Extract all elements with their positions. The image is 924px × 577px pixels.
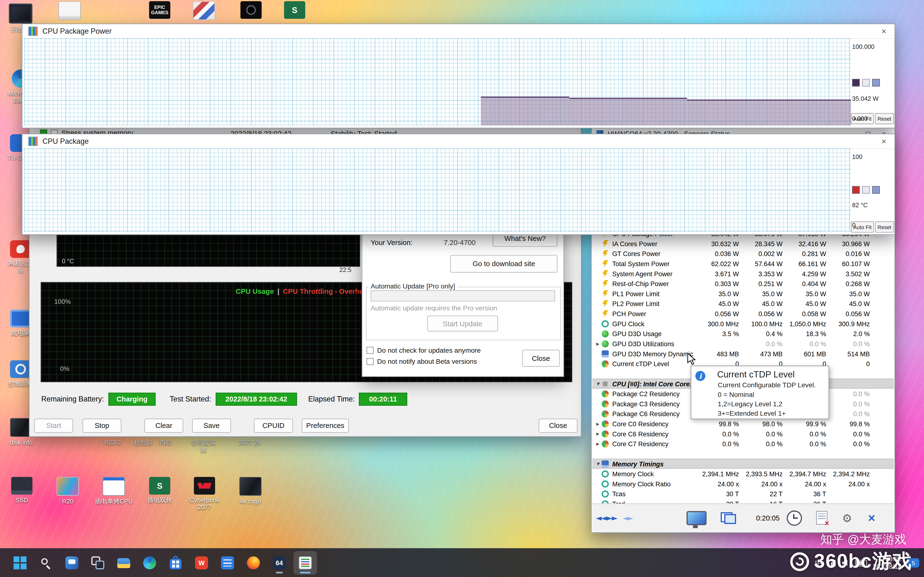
sensor-avg-value: 0.268 W xyxy=(819,280,870,287)
taskbar-app-button[interactable] xyxy=(60,551,84,575)
series-color-swatch[interactable] xyxy=(862,186,870,194)
taskbar-app-button[interactable] xyxy=(86,551,110,575)
desktop-shortcut[interactable]: S xyxy=(281,1,308,21)
sensor-row[interactable]: GPU Clock 300.0 MHz 100.0 MHz 1,050.0 MH… xyxy=(592,319,894,329)
sensor-row[interactable]: Total System Power 62.022 W 57.644 W 66.… xyxy=(592,258,894,269)
collapse-arrows-button[interactable]: ◄► xyxy=(623,504,633,532)
series-color-swatch[interactable] xyxy=(852,186,860,194)
sensor-row[interactable]: Memory Clock 2,394.1 MHz 2,393.5 MHz 2,3… xyxy=(592,469,894,479)
sensor-row[interactable]: Tcas 30 T 22 T 36 T xyxy=(592,489,894,499)
sensor-min-value: 0.002 W xyxy=(732,250,783,257)
sensor-type-icon xyxy=(602,290,609,297)
desktop-shortcut[interactable]: S 插电双烤 xyxy=(139,477,180,503)
save-button[interactable]: Save xyxy=(192,419,231,433)
sensor-row[interactable]: Rest-of-Chip Power 0.303 W 0.251 W 0.404… xyxy=(592,279,894,288)
close-icon[interactable]: × xyxy=(879,137,888,146)
no-update-checkbox[interactable] xyxy=(367,347,373,354)
preferences-button[interactable]: Preferences xyxy=(302,419,349,433)
desktop-shortcut[interactable] xyxy=(190,1,218,22)
desktop-shortcut[interactable]: 插电单烤CPU xyxy=(93,477,134,504)
taskbar-app-button[interactable] xyxy=(216,551,239,575)
taskbar-app-button[interactable] xyxy=(138,551,162,575)
nav-arrows-button[interactable]: ◄◄►► xyxy=(596,504,617,532)
sensor-row[interactable]: Memory Timings xyxy=(592,459,894,469)
dialog-close-button[interactable]: Close xyxy=(522,350,560,367)
taskbar-app-button[interactable] xyxy=(294,551,317,575)
desktop-shortcut[interactable]: EPIC GAMES xyxy=(146,1,173,21)
taskbar-app-button[interactable]: W xyxy=(190,551,213,575)
start-update-button[interactable]: Start Update xyxy=(427,316,498,332)
desktop-shortcut[interactable]: Cyberpunk 2077 xyxy=(184,477,225,511)
sensor-row[interactable]: GT Cores Power 0.036 W 0.002 W 0.281 W 0… xyxy=(592,248,894,258)
sensor-type-icon xyxy=(602,260,609,267)
clear-button[interactable]: Clear xyxy=(144,419,183,433)
start-button[interactable]: Start xyxy=(34,419,73,433)
series-color-swatch[interactable] xyxy=(862,79,870,87)
sensor-row[interactable]: System Agent Power 3.671 W 3.353 W 4.259… xyxy=(592,269,894,279)
expand-chevron-icon[interactable] xyxy=(594,380,602,387)
update-progress-bar xyxy=(371,290,555,301)
sensor-row[interactable]: Core C7 Residency 0.0 % 0.0 % 0.0 % 0.0 … xyxy=(592,438,894,449)
clock-icon xyxy=(787,510,802,525)
sensor-row[interactable] xyxy=(592,449,894,459)
no-beta-check-row[interactable]: Do not notify about Beta versions xyxy=(367,358,477,365)
reset-button[interactable]: Reset xyxy=(875,221,894,233)
desktop-shortcut[interactable]: SSD xyxy=(1,477,42,503)
expand-chevron-icon[interactable] xyxy=(594,430,602,437)
download-site-button[interactable]: Go to download site xyxy=(450,255,557,272)
sensor-current-value: 30 T xyxy=(688,490,739,497)
sensor-row[interactable]: GPU D3D Memory Dynamic 483 MB 473 MB 601… xyxy=(592,349,894,359)
sensor-row[interactable]: GPU D3D Utilizations 0.0 % 0.0 % 0.0 % xyxy=(592,338,894,349)
sensor-row[interactable]: Core C0 Residency 99.8 % 98.0 % 99.9 % 9… xyxy=(592,419,894,429)
expand-chevron-icon[interactable] xyxy=(594,340,602,347)
desktop-shortcut[interactable]: 4k csgo xyxy=(230,477,271,504)
settings-button[interactable]: ⚙ xyxy=(842,504,852,532)
series-color-swatch[interactable] xyxy=(872,79,880,87)
clock-button[interactable] xyxy=(787,504,802,532)
desktop-shortcut[interactable] xyxy=(237,1,265,21)
expand-chevron-icon[interactable] xyxy=(594,440,602,447)
layout-button[interactable] xyxy=(720,504,736,532)
sensor-label: Tcas xyxy=(612,490,625,497)
report-button[interactable] xyxy=(816,504,827,532)
sensor-max-value: 0.0 % xyxy=(775,440,826,447)
close-button[interactable]: Close xyxy=(538,419,577,433)
sensor-row[interactable]: PL1 Power Limit 35.0 W 35.0 W 35.0 W 35.… xyxy=(592,288,894,298)
sensor-row[interactable]: PL2 Power Limit 45.0 W 45.0 W 45.0 W 45.… xyxy=(592,298,894,309)
desktop-shortcut-icon xyxy=(194,477,215,495)
taskbar-app-button[interactable]: 64 xyxy=(268,551,291,575)
window-titlebar[interactable]: CPU Package Power × xyxy=(23,24,894,39)
close-icon[interactable]: × xyxy=(879,26,888,36)
desktop-shortcut[interactable] xyxy=(56,1,83,22)
sensor-max-value: 0.404 W xyxy=(775,280,826,287)
sensor-label: Current cTDP Level xyxy=(612,360,669,367)
series-color-swatch[interactable] xyxy=(852,79,860,87)
stop-button[interactable]: Stop xyxy=(82,419,121,433)
taskbar-app-button[interactable] xyxy=(34,551,58,575)
taskbar-app-button[interactable] xyxy=(8,551,32,575)
no-update-check-row[interactable]: Do not check for updates anymore xyxy=(367,347,481,354)
graph-side-panel: 100.000 35.042 W Auto Fit Reset 0.000 xyxy=(851,38,894,125)
no-beta-checkbox[interactable] xyxy=(367,358,373,365)
sensor-row[interactable]: IA Cores Power 30.632 W 28.345 W 32.416 … xyxy=(592,239,894,248)
taskbar-app-button[interactable] xyxy=(164,551,187,575)
monitor-button[interactable] xyxy=(687,504,706,532)
sensor-row[interactable]: Core C6 Residency 0.0 % 0.0 % 0.0 % 0.0 … xyxy=(592,429,894,439)
legend-divider: | xyxy=(274,287,283,295)
reset-button[interactable]: Reset xyxy=(875,113,894,124)
sensor-max-value: 18.3 % xyxy=(775,330,826,337)
sensor-row[interactable]: Memory Clock Ratio 24.00 x 24.00 x 24.00… xyxy=(592,479,894,489)
expand-chevron-icon[interactable] xyxy=(594,460,602,467)
expand-chevron-icon[interactable] xyxy=(594,421,602,427)
taskbar-app-button[interactable] xyxy=(112,551,136,575)
sensor-avg-value: 0.0 % xyxy=(819,430,870,437)
series-color-swatch[interactable] xyxy=(872,186,880,194)
taskbar-app-icon xyxy=(170,559,181,569)
cpuid-button[interactable]: CPUID xyxy=(254,419,293,433)
sensor-row[interactable]: GPU D3D Usage 3.5 % 0.4 % 18.3 % 2.0 % xyxy=(592,329,894,339)
window-titlebar[interactable]: CPU Package × xyxy=(23,134,894,149)
desktop-shortcut[interactable]: R20 xyxy=(47,477,88,504)
taskbar-app-button[interactable] xyxy=(242,551,265,575)
toolbar-close-button[interactable]: × xyxy=(868,504,875,532)
sensor-row[interactable]: PCH Power 0.056 W 0.056 W 0.058 W 0.056 … xyxy=(592,308,894,319)
